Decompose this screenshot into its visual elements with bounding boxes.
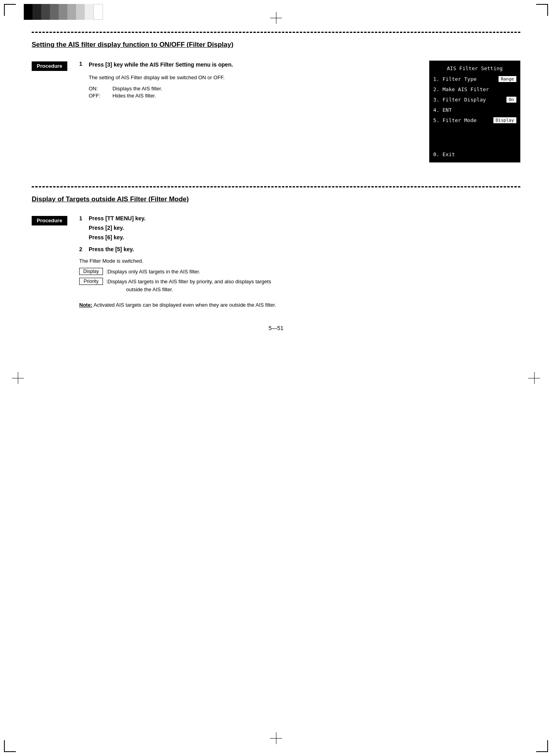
gs-cell-3 — [41, 4, 50, 20]
corner-mark-bl — [4, 740, 16, 752]
ais-row-spacer1 — [430, 125, 520, 133]
page-content: Setting the AIS filter display function … — [0, 0, 552, 363]
ais-row-0: 0. Exit — [430, 149, 520, 159]
section2-step2-text: Press the [5] key. — [89, 246, 134, 252]
ais-row-3-badge: On — [506, 97, 516, 103]
section2-step1-part2: Press [2] key. — [89, 225, 146, 231]
ais-row-spacer2 — [430, 133, 520, 141]
dashed-separator-2 — [32, 186, 520, 187]
ais-row-0-label: 0. Exit — [433, 151, 516, 157]
section2-step1-row: 1 Press [TT MENU] key. Press [2] key. Pr… — [79, 215, 520, 241]
procedure-label-2: Procedure — [32, 216, 67, 225]
ais-row-spacer3 — [430, 141, 520, 149]
section2-step2-number: 2 — [79, 246, 89, 252]
priority-row: Priority :Displays AIS targets in the AI… — [79, 278, 520, 293]
corner-mark-tr — [536, 4, 548, 16]
crosshair-top — [270, 12, 282, 24]
section2-step1-number: 1 — [79, 215, 89, 241]
section2-step1-parts: Press [TT MENU] key. Press [2] key. Pres… — [89, 215, 146, 241]
crosshair-bottom — [270, 732, 282, 744]
ais-row-1: 1. Filter Type Range — [430, 74, 520, 84]
gs-cell-4 — [50, 4, 59, 20]
section2-step1-part3: Press [6] key. — [89, 234, 146, 241]
on-off-table: ON: Displays the AIS filter. OFF: Hides … — [79, 86, 417, 99]
gs-cell-1 — [24, 4, 32, 20]
ais-filter-screen: AIS Filter Setting 1. Filter Type Range … — [429, 61, 520, 162]
display-badge: Display — [79, 268, 103, 275]
section2-step1-part1: Press [TT MENU] key. — [89, 215, 146, 221]
priority-desc: :Displays AIS targets in the AIS filter … — [106, 278, 271, 293]
gs-cell-6 — [67, 4, 76, 20]
ais-row-5-badge: Display — [493, 117, 516, 123]
crosshair-right — [528, 372, 540, 384]
ais-screen-title: AIS Filter Setting — [430, 64, 520, 73]
section2-step2-row: 2 Press the [5] key. — [79, 246, 520, 252]
on-desc: Displays the AIS filter. — [112, 86, 162, 92]
page-number: 5—51 — [32, 325, 520, 339]
dashed-separator — [32, 32, 520, 33]
procedure-label-col-2: Procedure — [32, 215, 67, 225]
gs-cell-8 — [85, 4, 93, 20]
display-row: Display :Displays only AIS targets in th… — [79, 268, 520, 276]
ais-row-1-label: 1. Filter Type — [433, 76, 499, 82]
note-label: Note: — [79, 302, 92, 308]
ais-row-2: 2. Make AIS Filter — [430, 84, 520, 94]
on-row: ON: Displays the AIS filter. — [89, 86, 417, 92]
procedure-label-1: Procedure — [32, 61, 67, 71]
section2-title: Display of Targets outside AIS Filter (F… — [32, 195, 520, 203]
priority-badge: Priority — [79, 278, 103, 285]
gs-cell-7 — [76, 4, 85, 20]
section1-step1-row: 1 Press [3] key while the AIS Filter Set… — [79, 61, 417, 69]
section1-text-col: 1 Press [3] key while the AIS Filter Set… — [79, 61, 417, 162]
display-desc: :Displays only AIS targets in the AIS fi… — [106, 268, 200, 276]
ais-row-5-label: 5. Filter Mode — [433, 117, 493, 123]
note-line: Note: Activated AIS targets can be displ… — [79, 301, 520, 309]
ais-row-4: 4. ENT — [430, 105, 520, 115]
ais-row-5: 5. Filter Mode Display — [430, 115, 520, 125]
off-desc: Hides the AIS filter. — [112, 93, 156, 99]
section1-procedure-wrapper: Procedure 1 Press [3] key while the AIS … — [32, 61, 520, 162]
section1-title: Setting the AIS filter display function … — [32, 41, 520, 49]
gs-cell-5 — [59, 4, 67, 20]
section1-step1-number: 1 — [79, 61, 89, 69]
grayscale-bar — [24, 4, 103, 20]
off-row: OFF: Hides the AIS filter. — [89, 93, 417, 99]
on-label: ON: — [89, 86, 105, 92]
gs-cell-9 — [93, 4, 103, 20]
ais-screen-col: AIS Filter Setting 1. Filter Type Range … — [429, 61, 520, 162]
section2: Display of Targets outside AIS Filter (F… — [32, 186, 520, 309]
off-label: OFF: — [89, 93, 105, 99]
ais-row-2-label: 2. Make AIS Filter — [433, 86, 516, 92]
ais-row-3: 3. Filter Display On — [430, 94, 520, 105]
gs-cell-2 — [32, 4, 41, 20]
section1-step1-description: The setting of AIS Filter display will b… — [79, 74, 417, 82]
ais-row-3-label: 3. Filter Display — [433, 97, 506, 103]
section2-procedure-wrapper: Procedure 1 Press [TT MENU] key. Press [… — [32, 215, 520, 309]
section2-text-col: 1 Press [TT MENU] key. Press [2] key. Pr… — [79, 215, 520, 309]
ais-row-1-badge: Range — [499, 76, 516, 82]
note-text: Activated AIS targets can be displayed e… — [93, 302, 276, 308]
section1-step1-text: Press [3] key while the AIS Filter Setti… — [89, 61, 233, 69]
section1-main-col: 1 Press [3] key while the AIS Filter Set… — [79, 61, 520, 162]
crosshair-left — [12, 372, 24, 384]
filter-mode-switched-text: The Filter Mode is switched. — [79, 257, 520, 265]
page: Setting the AIS filter display function … — [0, 0, 552, 756]
procedure-label-col-1: Procedure — [32, 61, 67, 71]
corner-mark-tl — [4, 4, 16, 16]
ais-row-4-label: 4. ENT — [433, 107, 516, 113]
corner-mark-br — [536, 740, 548, 752]
